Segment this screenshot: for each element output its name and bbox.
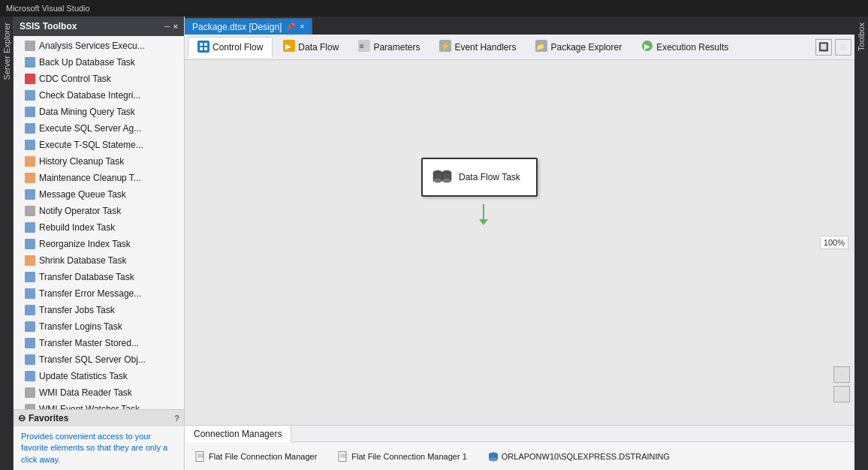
toolbox-item[interactable]: Reorganize Index Task [14, 236, 184, 252]
toolbox-item[interactable]: Shrink Database Task [14, 252, 184, 269]
explorer-icon: 📁 [535, 40, 547, 54]
toolbox-close-icon[interactable]: × [173, 22, 178, 31]
toolbox-item-icon [24, 370, 36, 382]
toolbox-item[interactable]: History Cleanup Task [14, 153, 184, 170]
design-canvas[interactable]: Data Flow Task 100% ➤ ⊡ [185, 60, 854, 425]
toolbox-item-icon [24, 40, 36, 52]
flow-tab-label-dataflow: Data Flow [298, 42, 339, 53]
connection-item[interactable]: Flat File Connection Manager 1 [333, 450, 471, 463]
events-icon: ⚡ [439, 40, 451, 54]
svg-rect-23 [197, 41, 209, 53]
connection-item-icon [195, 451, 206, 462]
toolbox-pin-icon[interactable]: ─ [164, 22, 170, 31]
svg-rect-44 [196, 452, 203, 462]
toolbox-item-label: Transfer Error Message... [39, 288, 141, 299]
connection-item[interactable]: ORLAPONW10\SQLEXPRESS.DSTRAINING [484, 450, 674, 463]
favorites-section: ⊖ Favorites ? Provides convenient access… [14, 409, 184, 470]
canvas-fit-icon[interactable]: ⊡ [833, 386, 850, 402]
canvas-arrow-icon[interactable]: ➤ [833, 366, 850, 383]
title-bar-text: Microsoft Visual Studio [6, 4, 90, 13]
flow-tab-params[interactable]: ≡Parameters [349, 37, 429, 58]
flow-tab-exec[interactable]: ▶Execution Results [632, 37, 737, 58]
toolbox-item-label: Execute SQL Server Ag... [39, 123, 141, 134]
flow-tab-label-params: Parameters [373, 42, 420, 53]
toolbox-item[interactable]: WMI Data Reader Task [14, 384, 184, 401]
svg-rect-7 [25, 156, 35, 167]
toolbox-item[interactable]: Execute SQL Server Ag... [14, 120, 184, 137]
toolbox-item-icon [24, 321, 36, 333]
toolbox-item[interactable]: Rebuild Index Task [14, 219, 184, 236]
toolbox-item[interactable]: Maintenance Cleanup T... [14, 170, 184, 186]
toolbox-item-label: Rebuild Index Task [39, 222, 115, 233]
toolbox-right-label[interactable]: Toolbox [855, 20, 867, 54]
flow-tab-controlflow[interactable]: Control Flow [188, 37, 273, 58]
svg-rect-13 [25, 255, 35, 266]
svg-rect-0 [25, 41, 35, 51]
connector-line [483, 204, 484, 219]
toolbox-item[interactable]: Transfer Logins Task [14, 318, 184, 335]
toolbox-item[interactable]: Transfer Master Stored... [14, 335, 184, 351]
toolbox-item[interactable]: Message Queue Task [14, 186, 184, 203]
toolbox-item-label: Message Queue Task [39, 189, 126, 200]
server-explorer-label[interactable]: Server Explorer [1, 20, 13, 83]
toolbox-panel: SSIS Toolbox ─ × Analysis Services Execu… [14, 17, 185, 470]
favorites-help-icon[interactable]: ? [174, 414, 179, 423]
svg-rect-1 [25, 57, 35, 68]
toolbox-item-label: Data Mining Query Task [39, 107, 135, 117]
data-flow-task-box[interactable]: Data Flow Task [421, 158, 538, 197]
toolbox-item[interactable]: WMI Event Watcher Task [14, 401, 184, 409]
toolbox-right-bar: Toolbox [854, 17, 868, 470]
svg-point-43 [442, 178, 451, 182]
toolbox-item[interactable]: Check Database Integri... [14, 87, 184, 104]
favorites-label: Favorites [29, 413, 68, 423]
right-area: Package.dtsx [Design] 📌 × Control Flow▶D… [185, 17, 854, 470]
svg-rect-27 [204, 47, 207, 50]
toolbox-item[interactable]: Data Mining Query Task [14, 104, 184, 120]
data-flow-task-label: Data Flow Task [459, 172, 520, 182]
package-tab[interactable]: Package.dtsx [Design] 📌 × [185, 18, 312, 35]
svg-rect-12 [25, 239, 35, 249]
toolbox-item[interactable]: Update Statistics Task [14, 368, 184, 384]
toolbox-item-label: Notify Operator Task [39, 206, 121, 216]
toolbox-item[interactable]: Transfer SQL Server Obj... [14, 351, 184, 368]
toolbox-item-icon [24, 56, 36, 68]
svg-rect-14 [25, 272, 35, 282]
svg-rect-10 [25, 206, 35, 216]
svg-rect-6 [25, 140, 35, 150]
flow-tab-events[interactable]: ⚡Event Handlers [430, 37, 525, 58]
toolbox-item-icon [24, 221, 36, 233]
svg-text:≡: ≡ [360, 42, 364, 50]
toolbox-item[interactable]: Execute T-SQL Stateme... [14, 137, 184, 153]
toolbox-item-label: CDC Control Task [39, 74, 111, 84]
params-icon: ≡ [358, 40, 370, 54]
toolbox-item-icon [24, 73, 36, 85]
toolbox-item-icon [24, 337, 36, 349]
toolbar-icon-1[interactable]: 🔲 [815, 39, 832, 56]
svg-point-54 [489, 458, 498, 462]
connection-managers-tab[interactable]: Connection Managers [185, 426, 291, 442]
package-tab-close-icon[interactable]: × [300, 23, 304, 31]
server-explorer-bar: Server Explorer [0, 17, 14, 470]
toolbox-item[interactable]: Transfer Error Message... [14, 285, 184, 302]
svg-rect-18 [25, 338, 35, 348]
toolbox-item[interactable]: Transfer Jobs Task [14, 302, 184, 318]
toolbox-item[interactable]: Transfer Database Task [14, 269, 184, 285]
toolbox-item-label: Maintenance Cleanup T... [39, 173, 141, 183]
toolbox-item[interactable]: Notify Operator Task [14, 203, 184, 219]
svg-rect-25 [204, 43, 207, 46]
svg-rect-11 [25, 222, 35, 233]
toolbox-item-label: Update Statistics Task [39, 371, 128, 381]
toolbar-icon-2[interactable]: ⊞ [835, 39, 851, 56]
svg-text:⚡: ⚡ [441, 41, 451, 51]
connection-item[interactable]: Flat File Connection Manager [191, 450, 321, 463]
toolbox-item[interactable]: Back Up Database Task [14, 54, 184, 71]
favorites-header[interactable]: ⊖ Favorites ? [14, 410, 184, 426]
package-tab-pin-icon[interactable]: 📌 [286, 23, 295, 31]
toolbox-item-icon [24, 172, 36, 184]
package-tab-label: Package.dtsx [Design] [192, 22, 282, 32]
toolbox-item[interactable]: CDC Control Task [14, 71, 184, 87]
svg-rect-3 [25, 90, 35, 101]
toolbox-item[interactable]: Analysis Services Execu... [14, 38, 184, 54]
flow-tab-dataflow[interactable]: ▶Data Flow [274, 37, 348, 58]
flow-tab-explorer[interactable]: 📁Package Explorer [526, 37, 631, 58]
